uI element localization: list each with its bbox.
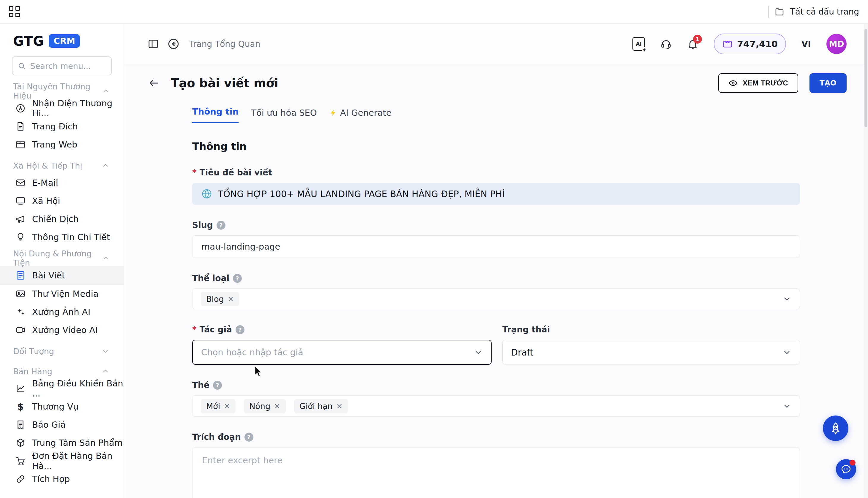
divider — [768, 6, 769, 18]
breadcrumb[interactable]: Trang Tổng Quan — [189, 39, 260, 49]
excerpt-textarea[interactable] — [201, 455, 792, 498]
sidebar-item-ai-video-studio[interactable]: Xưởng Video AI — [0, 321, 124, 339]
tab-seo[interactable]: Tối ưu hóa SEO — [251, 108, 317, 123]
sidebar-item-website[interactable]: Trang Web — [0, 135, 124, 154]
ai-translate-icon[interactable]: AI✦ — [633, 37, 645, 51]
envelope-icon — [15, 178, 26, 188]
sidebar-item-product-center[interactable]: Trung Tâm Sản Phẩm — [0, 434, 124, 452]
author-label: * Tác giả ? — [192, 325, 492, 335]
bookmarks-label[interactable]: Tất cả dấu trang — [790, 7, 859, 17]
sidebar-item-brand-identity[interactable]: Nhận Diện Thương Hi... — [0, 99, 124, 117]
chevron-up-icon — [102, 87, 109, 95]
article-icon — [15, 270, 26, 280]
chat-notification-dot — [850, 460, 856, 466]
create-button[interactable]: TẠO — [809, 73, 847, 93]
title-input[interactable]: TỔNG HỢP 100+ MẪU LANDING PAGE BÁN HÀNG … — [192, 183, 800, 205]
sidebar-item-insights[interactable]: Thông Tin Chi Tiết — [0, 228, 124, 246]
main-area: Trang Tổng Quan AI✦ 1 747,410 VI MD Tạo … — [124, 24, 868, 498]
tab-info[interactable]: Thông tin — [192, 107, 239, 123]
help-icon[interactable]: ? — [213, 381, 222, 390]
tab-ai-generate[interactable]: AI Generate — [329, 108, 392, 123]
remove-chip-icon[interactable]: × — [274, 402, 280, 410]
sidebar-search[interactable] — [12, 56, 112, 75]
rocket-icon — [829, 421, 842, 435]
credits-amount: 747,410 — [737, 39, 778, 49]
chevron-down-icon — [102, 347, 109, 355]
required-marker: * — [192, 168, 197, 178]
tags-label: Thẻ ? — [192, 380, 800, 390]
receipt-icon — [15, 420, 26, 430]
sidebar-item-quotes[interactable]: Báo Giá — [0, 416, 124, 434]
brand-circle-a-icon — [15, 103, 26, 113]
document-icon — [15, 121, 26, 131]
logo[interactable]: GTG CRM — [0, 32, 124, 49]
back-circle-icon[interactable] — [167, 38, 180, 50]
section-audiences[interactable]: Đối Tượng — [0, 343, 124, 359]
language-switcher[interactable]: VI — [802, 39, 811, 49]
folder-icon — [775, 7, 784, 17]
status-select[interactable]: Draft — [502, 340, 800, 365]
browser-window-icon — [15, 140, 26, 149]
sidebar-item-ai-image-studio[interactable]: Xưởng Ảnh AI — [0, 303, 124, 321]
section-sales[interactable]: Bán Hàng — [0, 363, 124, 379]
sidebar-item-email[interactable]: E-Mail — [0, 174, 124, 192]
form-section-heading: Thông tin — [192, 140, 800, 152]
headset-icon[interactable] — [660, 38, 672, 50]
notification-badge: 1 — [693, 35, 702, 44]
sidebar-item-deals[interactable]: $ Thương Vụ — [0, 397, 124, 416]
scrollbar-thumb[interactable] — [865, 29, 867, 127]
preview-button[interactable]: XEM TRƯỚC — [718, 73, 798, 93]
avatar[interactable]: MD — [826, 34, 847, 54]
status-value: Draft — [511, 347, 534, 358]
sidebar-item-sales-orders[interactable]: Đơn Đặt Hàng Bán Hà... — [0, 452, 124, 470]
section-brand-resources[interactable]: Tài Nguyên Thương Hiệu — [0, 83, 124, 99]
sidebar-item-social[interactable]: Xã Hội — [0, 192, 124, 210]
apps-grid-icon[interactable] — [9, 6, 20, 17]
author-select[interactable]: Chọn hoặc nhập tác giả — [192, 340, 492, 365]
credits-pill[interactable]: 747,410 — [714, 34, 786, 54]
media-gallery-icon — [15, 289, 26, 299]
notifications-bell[interactable]: 1 — [687, 38, 698, 50]
sidebar-item-media-library[interactable]: Thư Viện Media — [0, 285, 124, 303]
slug-input[interactable] — [192, 235, 800, 258]
search-icon — [18, 62, 26, 70]
sidebar-item-landing-pages[interactable]: Trang Đích — [0, 117, 124, 135]
section-content-media[interactable]: Nội Dung & Phương Tiện — [0, 250, 124, 266]
remove-chip-icon[interactable]: × — [224, 402, 230, 410]
remove-chip-icon[interactable]: × — [228, 294, 234, 303]
author-placeholder: Chọn hoặc nhập tác giả — [201, 347, 303, 357]
sidebar-item-integrations[interactable]: Tích Hợp — [0, 470, 124, 488]
line-chart-icon — [15, 383, 26, 394]
tags-select[interactable]: Mới × Nóng × Giới hạn × — [192, 395, 800, 417]
excerpt-editor: AI✦ TẠO NỘI DUNG 0/5000 — [192, 447, 800, 498]
eye-icon — [728, 78, 738, 88]
link-icon — [15, 474, 26, 484]
monitor-icon — [15, 196, 26, 206]
help-icon[interactable]: ? — [244, 433, 253, 442]
section-social-marketing[interactable]: Xã Hội & Tiếp Thị — [0, 158, 124, 174]
rocket-fab-button[interactable] — [823, 416, 848, 441]
remove-chip-icon[interactable]: × — [336, 402, 343, 410]
sidebar-item-articles[interactable]: Bài Viết — [0, 266, 124, 285]
sidebar-toggle-icon[interactable] — [148, 38, 159, 50]
chevron-down-icon — [782, 294, 791, 303]
chevron-up-icon — [102, 367, 109, 375]
logo-brand: GTG — [13, 34, 44, 49]
page-title: Tạo bài viết mới — [171, 76, 278, 90]
chat-fab-button[interactable] — [836, 459, 856, 479]
tag-chip: Giới hạn × — [294, 399, 348, 414]
chevron-down-icon — [782, 402, 791, 410]
category-select[interactable]: Blog × — [192, 288, 800, 309]
help-icon[interactable]: ? — [235, 325, 244, 334]
back-arrow-icon[interactable] — [148, 77, 159, 89]
article-form: Thông tin * Tiêu đề bài viết TỔNG HỢP 10… — [192, 140, 800, 498]
scrollbar-track[interactable] — [864, 24, 868, 498]
sidebar-item-campaigns[interactable]: Chiến Dịch — [0, 210, 124, 228]
sidebar-item-sales-dashboard[interactable]: Bảng Điều Khiển Bán ... — [0, 379, 124, 397]
excerpt-label: Trích đoạn ? — [192, 432, 800, 442]
help-icon[interactable]: ? — [217, 221, 226, 230]
tag-chip: Nóng × — [244, 399, 286, 414]
help-icon[interactable]: ? — [233, 274, 242, 283]
sidebar: GTG CRM Tài Nguyên Thương Hiệu Nhận Diện… — [0, 24, 124, 498]
search-input[interactable] — [30, 61, 106, 71]
